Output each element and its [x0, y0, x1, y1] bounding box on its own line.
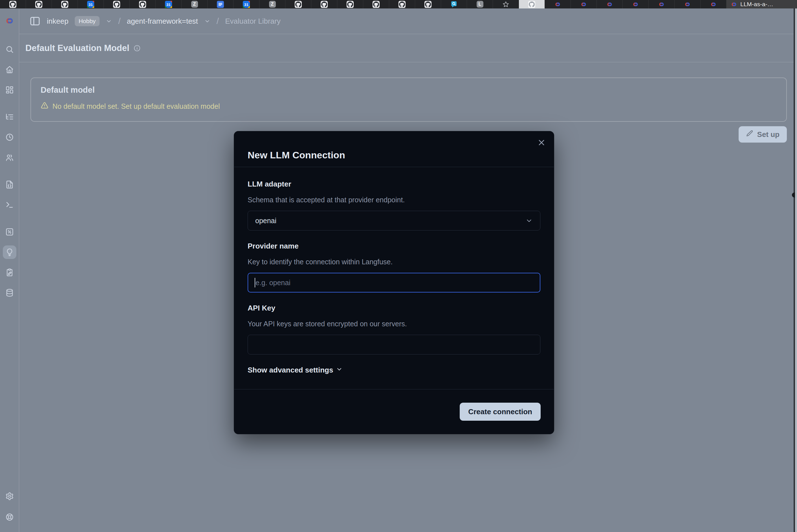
set-up-label: Set up	[757, 130, 780, 139]
browser-tab[interactable]	[0, 0, 26, 8]
users-icon	[5, 153, 14, 162]
browser-tab[interactable]	[52, 0, 78, 8]
sidebar-item-gear[interactable]	[3, 490, 16, 503]
breadcrumb-org[interactable]: inkeep	[47, 17, 69, 26]
sidebar-item-database[interactable]	[3, 286, 16, 300]
browser-tab[interactable]	[649, 0, 675, 8]
browser-tab[interactable]	[519, 0, 545, 8]
api-key-label: API Key	[248, 304, 540, 312]
langfuse-icon	[684, 1, 691, 8]
browser-tab[interactable]: L	[467, 0, 493, 8]
browser-tab[interactable]	[441, 0, 467, 8]
close-icon[interactable]	[537, 138, 546, 147]
github-light-icon	[528, 1, 535, 8]
browser-tab[interactable]	[26, 0, 52, 8]
browser-tab[interactable]: Z	[259, 0, 285, 8]
browser-tab[interactable]: 31	[78, 0, 104, 8]
github-icon	[373, 1, 380, 8]
dialog-header: New LLM Connection	[234, 131, 554, 167]
browser-tab[interactable]	[571, 0, 597, 8]
provider-name-input[interactable]	[248, 273, 540, 292]
home-icon	[5, 65, 14, 74]
search-icon	[5, 45, 14, 54]
breadcrumb-separator: /	[217, 16, 219, 26]
info-icon[interactable]	[133, 44, 141, 52]
terminal-icon	[5, 201, 14, 209]
browser-tab[interactable]	[363, 0, 389, 8]
gear-icon	[5, 492, 14, 500]
browser-tab[interactable]	[701, 0, 726, 8]
text-caret	[255, 278, 255, 287]
life-buoy-icon	[5, 513, 14, 521]
llm-adapter-label: LLM adapter	[248, 180, 540, 189]
langfuse-icon	[606, 1, 613, 8]
sidebar-item-dashboard[interactable]	[3, 83, 16, 97]
browser-tab[interactable]	[415, 0, 441, 8]
llm-adapter-value: openai	[255, 217, 276, 225]
breadcrumb-page: Evaluator Library	[225, 17, 280, 26]
sidebar-item-clipboard-pen[interactable]	[3, 266, 16, 279]
database-icon	[5, 288, 14, 297]
gcal-icon: 31	[87, 1, 94, 8]
breadcrumb-project[interactable]: agent-framework=test	[127, 17, 198, 26]
llm-adapter-select[interactable]: openai	[248, 211, 540, 230]
sidebar-item-file-json[interactable]	[3, 178, 16, 191]
browser-tab[interactable]	[311, 0, 337, 8]
advanced-settings-label: Show advanced settings	[248, 366, 333, 375]
github-icon	[399, 1, 405, 8]
browser-tab-active[interactable]: LLM-as-a-…	[726, 0, 797, 8]
sidebar-item-percent-square[interactable]	[3, 225, 16, 239]
scrollbar-gutter[interactable]	[794, 8, 797, 532]
sidebar-item-users[interactable]	[3, 151, 16, 164]
sidebar-item-list-tree[interactable]	[3, 110, 16, 124]
sidebar-item-terminal[interactable]	[3, 198, 16, 212]
browser-tab[interactable]	[207, 0, 234, 8]
provider-name-label: Provider name	[248, 242, 540, 250]
sidebar-item-life-buoy[interactable]	[3, 510, 16, 524]
browser-tab[interactable]	[285, 0, 311, 8]
browser-tab[interactable]	[130, 0, 156, 8]
browser-tab[interactable]	[675, 0, 701, 8]
triangle-alert-icon	[41, 101, 49, 111]
github-icon	[295, 1, 302, 8]
browser-tab[interactable]	[104, 0, 130, 8]
page-title: Default Evaluation Model	[25, 43, 129, 53]
show-advanced-settings-toggle[interactable]: Show advanced settings	[248, 366, 343, 375]
active-tab-title: LLM-as-a-…	[740, 1, 773, 7]
create-connection-button[interactable]: Create connection	[460, 403, 541, 421]
browser-tab[interactable]	[623, 0, 649, 8]
sidebar-item-clock[interactable]	[3, 131, 16, 144]
browser-tab[interactable]: 31	[156, 0, 182, 8]
chevron-down-icon[interactable]	[106, 18, 112, 24]
browser-tab[interactable]	[493, 0, 519, 8]
chevron-down-icon	[525, 217, 533, 224]
card-heading: Default model	[41, 86, 777, 95]
svg-text:31: 31	[244, 2, 249, 6]
sidebar-item-lightbulb[interactable]	[3, 245, 16, 259]
api-key-description: Your API keys are stored encrypted on ou…	[248, 320, 540, 328]
browser-tab[interactable]	[545, 0, 571, 8]
api-key-input[interactable]	[248, 335, 540, 355]
browser-tab[interactable]: Z	[182, 0, 207, 8]
chat-icon	[450, 1, 457, 8]
api-key-field: API Key Your API keys are stored encrypt…	[248, 304, 540, 355]
browser-tab[interactable]: 31	[234, 0, 259, 8]
page-title-row: Default Evaluation Model	[19, 34, 794, 62]
browser-tab[interactable]	[337, 0, 363, 8]
sidebar-item-home[interactable]	[3, 63, 16, 76]
browser-tab[interactable]	[597, 0, 623, 8]
breadcrumb: inkeep Hobby / agent-framework=test / Ev…	[19, 8, 794, 34]
llm-adapter-description: Schema that is accepted at that provider…	[248, 196, 540, 204]
github-icon	[113, 1, 120, 8]
set-up-button[interactable]: Set up	[739, 126, 787, 142]
panel-left-toggle-icon[interactable]	[29, 16, 41, 27]
github-icon	[139, 1, 146, 8]
dashboard-icon	[5, 86, 14, 94]
chevron-down-icon[interactable]	[204, 18, 211, 24]
zed-icon: Z	[269, 1, 276, 7]
sidebar-item-search[interactable]	[3, 42, 16, 56]
star-icon	[502, 1, 509, 8]
langfuse-icon	[658, 1, 665, 8]
browser-tab[interactable]	[389, 0, 415, 8]
page-content: Default model No default model set. Set …	[19, 62, 794, 142]
